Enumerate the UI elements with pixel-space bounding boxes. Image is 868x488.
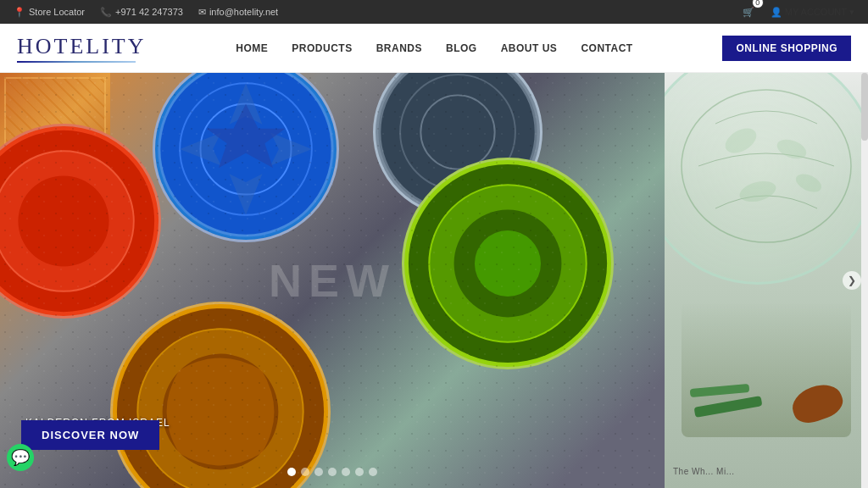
nav-contact[interactable]: CONTACT <box>569 42 644 54</box>
dot-4[interactable] <box>328 468 337 476</box>
dot-7[interactable] <box>369 468 377 476</box>
right-panel-caption: The Wh... Mi... <box>673 467 735 476</box>
top-bar-left: 📍 Store Locator 📞 +971 42 247373 ✉ info@… <box>14 7 278 18</box>
scrollbar-thumb[interactable] <box>861 73 868 141</box>
svg-point-20 <box>737 178 778 206</box>
nav-home[interactable]: HOME <box>224 42 280 54</box>
leaf-pattern <box>673 81 860 251</box>
dot-2[interactable] <box>301 468 309 476</box>
top-bar-right: 🛒 0 👤 MY ACCOUNT ▾ <box>737 0 854 24</box>
nav-products[interactable]: PRODUCTS <box>280 42 364 54</box>
food-asparagus-1 <box>694 396 763 418</box>
svg-point-9 <box>18 175 108 266</box>
nav-brands[interactable]: BRANDS <box>364 42 434 54</box>
slide-headline-watermark: NEW <box>269 254 396 307</box>
main-area: NEW KALDERON FROM ISRAEL DISCOVER NOW <box>0 73 868 488</box>
svg-point-19 <box>775 136 810 162</box>
header: HOTELITY HOME PRODUCTS BRANDS BLOG ABOUT… <box>0 24 868 73</box>
dot-6[interactable] <box>355 468 364 476</box>
location-icon: 📍 <box>14 7 25 18</box>
logo-text: HOTELITY <box>17 34 147 59</box>
svg-point-13 <box>475 230 541 297</box>
scrollbar[interactable] <box>861 73 868 488</box>
blue-plate-top <box>153 73 339 242</box>
user-icon: 👤 <box>771 7 782 18</box>
email-address: info@hotelity.net <box>209 7 278 17</box>
logo-underline <box>17 61 136 63</box>
phone-item[interactable]: 📞 +971 42 247373 <box>100 7 183 18</box>
nav-about[interactable]: ABOUT US <box>489 42 570 54</box>
next-slide-button[interactable]: ❯ <box>843 271 861 290</box>
my-account-label: MY ACCOUNT <box>785 7 847 17</box>
food-area <box>682 302 851 437</box>
top-bar: 📍 Store Locator 📞 +971 42 247373 ✉ info@… <box>0 0 868 24</box>
nav-blog[interactable]: BLOG <box>434 42 489 54</box>
food-meat <box>787 379 847 428</box>
phone-number: +971 42 247373 <box>115 7 183 17</box>
email-icon: ✉ <box>198 7 206 18</box>
red-plate <box>0 124 161 319</box>
hero-slider: NEW KALDERON FROM ISRAEL DISCOVER NOW <box>0 73 665 488</box>
food-asparagus-2 <box>690 384 750 397</box>
svg-point-17 <box>682 90 851 242</box>
right-panel: ❯ The Wh... Mi... <box>665 73 868 488</box>
whatsapp-button[interactable]: 💬 <box>7 444 34 471</box>
svg-point-21 <box>793 170 825 196</box>
store-locator-item[interactable]: 📍 Store Locator <box>14 7 85 18</box>
orange-plate <box>110 302 331 488</box>
whatsapp-icon: 💬 <box>11 448 30 467</box>
logo-area[interactable]: HOTELITY <box>17 34 147 63</box>
online-shopping-button[interactable]: ONLINE SHOPPING <box>722 36 851 61</box>
right-panel-image: ❯ The Wh... Mi... <box>665 73 868 488</box>
chevron-down-icon: ▾ <box>849 7 854 18</box>
email-item[interactable]: ✉ info@hotelity.net <box>198 7 278 18</box>
slide-dots <box>287 468 377 476</box>
svg-point-18 <box>721 124 761 158</box>
cart-icon: 🛒 <box>743 7 754 18</box>
discover-now-button[interactable]: DISCOVER NOW <box>21 420 159 450</box>
dot-1[interactable] <box>287 468 296 476</box>
slide-headline: NEW <box>269 254 396 307</box>
cart-button[interactable]: 🛒 0 <box>737 0 760 24</box>
cart-badge: 0 <box>752 0 764 8</box>
main-nav: HOME PRODUCTS BRANDS BLOG ABOUT US CONTA… <box>224 42 644 54</box>
store-locator-label: Store Locator <box>29 7 85 17</box>
dot-3[interactable] <box>314 468 323 476</box>
green-plate <box>402 158 614 369</box>
phone-icon: 📞 <box>100 7 112 18</box>
my-account-button[interactable]: 👤 MY ACCOUNT ▾ <box>771 7 854 18</box>
dot-5[interactable] <box>342 468 350 476</box>
